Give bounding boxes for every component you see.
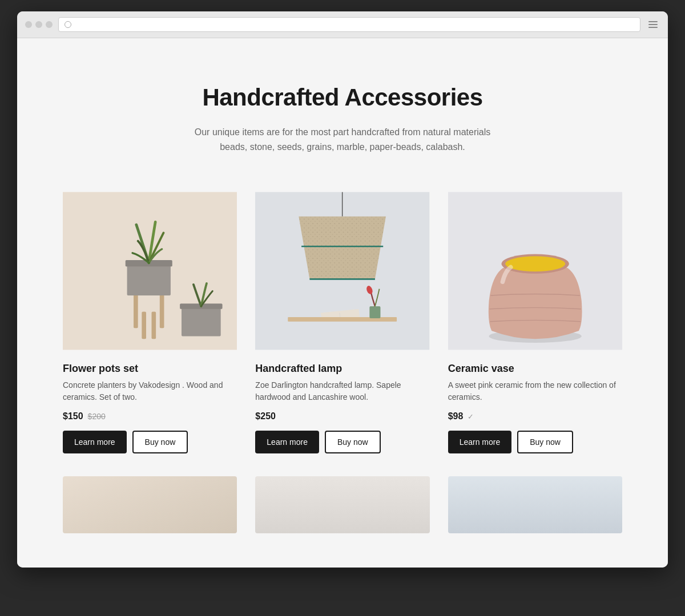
svg-rect-4 [152, 312, 156, 339]
bottom-card-1 [63, 476, 237, 533]
price-current-0: $150 [63, 411, 83, 422]
svg-rect-16 [370, 306, 381, 318]
svg-rect-5 [127, 263, 171, 295]
product-name-1: Handcrafted lamp [255, 363, 429, 375]
product-actions-0: Learn more Buy now [63, 431, 237, 453]
product-card-flower-pots: Flower pots set Concrete planters by Vak… [63, 188, 237, 453]
page-title: Handcrafted Accessories [63, 84, 622, 111]
browser-window: Handcrafted Accessories Our unique items… [17, 11, 668, 568]
bottom-card-3 [448, 476, 622, 533]
buy-now-button-2[interactable]: Buy now [517, 431, 573, 453]
bottom-card-2 [255, 476, 429, 533]
dot-minimize[interactable] [35, 21, 42, 28]
price-original-0: $200 [88, 412, 106, 421]
learn-more-button-2[interactable]: Learn more [448, 431, 512, 453]
product-card-lamp: Handcrafted lamp Zoe Darlington handcraf… [255, 188, 429, 453]
buy-now-button-0[interactable]: Buy now [132, 431, 188, 453]
bottom-products-row [63, 476, 622, 533]
learn-more-button-1[interactable]: Learn more [255, 431, 319, 453]
address-bar[interactable] [58, 17, 640, 32]
menu-line [648, 21, 658, 22]
buy-now-button-1[interactable]: Buy now [325, 431, 381, 453]
page-content: Handcrafted Accessories Our unique items… [17, 38, 668, 568]
product-price-row-1: $250 [255, 411, 429, 422]
product-price-row-2: $98 ✓ [448, 411, 622, 422]
dot-close[interactable] [25, 21, 32, 28]
product-name-2: Ceramic vase [448, 363, 622, 375]
svg-point-21 [505, 256, 565, 271]
product-description-1: Zoe Darlington handcrafted lamp. Sapele … [255, 379, 429, 403]
page-subtitle: Our unique items are for the most part h… [183, 125, 502, 154]
browser-dots [25, 21, 53, 28]
learn-more-button-0[interactable]: Learn more [63, 431, 127, 453]
svg-rect-7 [182, 306, 221, 336]
product-price-row-0: $150 $200 [63, 411, 237, 422]
hero-section: Handcrafted Accessories Our unique items… [63, 84, 622, 154]
svg-rect-1 [134, 290, 138, 329]
browser-chrome [17, 11, 668, 38]
price-note-2: ✓ [468, 412, 474, 421]
dot-maximize[interactable] [46, 21, 53, 28]
product-description-0: Concrete planters by Vakodesign . Wood a… [63, 379, 237, 403]
price-current-1: $250 [255, 411, 276, 422]
svg-rect-15 [288, 317, 397, 322]
product-name-0: Flower pots set [63, 363, 237, 375]
menu-line [648, 24, 658, 25]
product-actions-2: Learn more Buy now [448, 431, 622, 453]
product-card-vase: Ceramic vase A sweet pink ceramic from t… [448, 188, 622, 453]
menu-line [648, 27, 658, 28]
product-image-flower-pots [63, 188, 237, 354]
browser-menu-button[interactable] [646, 19, 660, 30]
refresh-icon [65, 21, 71, 28]
svg-rect-3 [142, 312, 146, 339]
product-description-2: A sweet pink ceramic from the new collec… [448, 379, 622, 403]
price-current-2: $98 [448, 411, 464, 422]
svg-rect-2 [160, 290, 164, 329]
product-image-vase [448, 188, 622, 354]
products-grid: Flower pots set Concrete planters by Vak… [63, 188, 622, 453]
product-actions-1: Learn more Buy now [255, 431, 429, 453]
product-image-lamp [255, 188, 429, 354]
